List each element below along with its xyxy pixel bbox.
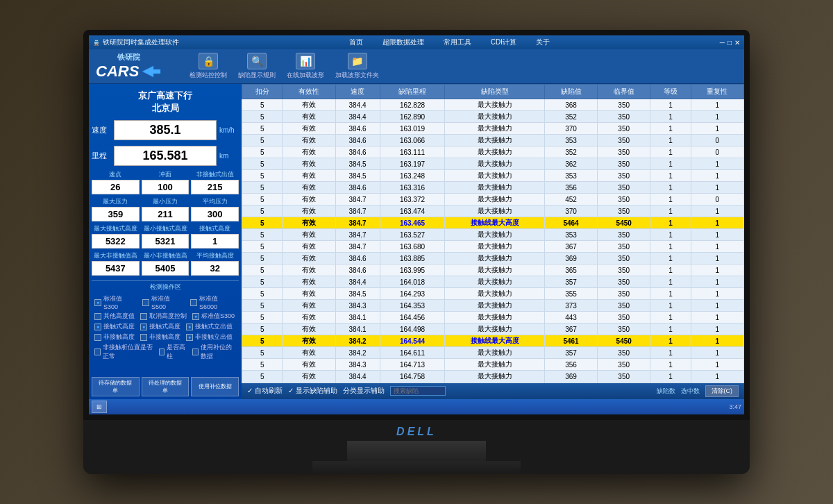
- cb-s6000[interactable]: 标准值S6000: [190, 294, 236, 310]
- table-row[interactable]: 5有效384.3164.713最大接触力35635011: [242, 359, 744, 371]
- table-cell: 350: [598, 146, 650, 158]
- table-cell: 最大接触力: [445, 324, 545, 335]
- toolbar-defect-rule[interactable]: 🔍 缺陷显示规则: [238, 53, 276, 80]
- cb-comp[interactable]: 使用补位的数据: [192, 343, 236, 361]
- table-cell: 353: [544, 229, 597, 241]
- cb-s300-2[interactable]: 标准值S300: [192, 312, 235, 321]
- table-cell: 384.1: [335, 312, 380, 324]
- table-row[interactable]: 5有效384.2164.611最大接触力35735011: [242, 347, 744, 359]
- cb-s300-1[interactable]: 标准值S300: [94, 294, 137, 310]
- table-cell: 1: [691, 264, 743, 276]
- table-scroll[interactable]: 扣分 有效性 速度 缺陷里程 缺陷类型 缺陷值 临界值 等级 重复性: [242, 84, 744, 383]
- minimize-btn[interactable]: ─: [720, 39, 725, 47]
- table-row[interactable]: 5有效384.4164.018最大接触力35735011: [242, 276, 744, 288]
- cb-contact3[interactable]: 接触式立出值: [186, 322, 233, 331]
- table-row[interactable]: 5有效384.7163.527最大接触力35335011: [242, 229, 744, 241]
- metric-impact-label: 冲面: [159, 170, 171, 179]
- table-row[interactable]: 5有效384.6163.316最大接触力35635011: [242, 182, 744, 194]
- table-row[interactable]: 5有效384.1164.456最大接触力44335011: [242, 312, 744, 324]
- table-row[interactable]: 5有效384.6163.885最大接触力36935011: [242, 253, 744, 264]
- table-cell: 350: [598, 194, 650, 205]
- th-mileage: 缺陷里程: [380, 85, 445, 99]
- process-data-btn[interactable]: 待处理的数据单: [142, 377, 190, 396]
- table-row[interactable]: 5有效384.4162.828最大接触力36835011: [242, 99, 744, 111]
- cb-contact2[interactable]: 接触式高度: [140, 322, 180, 331]
- table-row[interactable]: 5有效384.6163.111最大接触力35235010: [242, 146, 744, 158]
- table-cell: 0: [691, 146, 743, 158]
- metric-maxp-value: 359: [92, 207, 140, 221]
- cb-s500[interactable]: 标准值S500: [142, 294, 185, 310]
- table-row[interactable]: 5有效384.5163.248最大接触力35335011: [242, 170, 744, 182]
- cb-pos-box: [94, 348, 101, 355]
- menu-tools[interactable]: 常用工具: [441, 37, 474, 48]
- table-cell: 384.7: [335, 229, 380, 241]
- search-input[interactable]: [390, 386, 446, 396]
- cb-nc3-box: [186, 334, 193, 341]
- table-cell: 350: [598, 205, 650, 217]
- auto-refresh-label[interactable]: ✓ 自动刷新: [247, 386, 283, 396]
- table-row[interactable]: 5有效384.3164.353最大接触力37335011: [242, 300, 744, 312]
- table-row[interactable]: 5有效384.2164.544接触线最大高度5461545011: [242, 335, 744, 347]
- table-row[interactable]: 5有效384.7163.680最大接触力36735011: [242, 241, 744, 253]
- save-data-btn[interactable]: 待存储的数据单: [92, 377, 140, 396]
- th-type: 缺陷类型: [445, 85, 545, 99]
- cb-nc2[interactable]: 非接触高度: [140, 333, 180, 342]
- maximize-btn[interactable]: □: [727, 39, 732, 47]
- start-button[interactable]: ⊞: [92, 401, 107, 413]
- table-cell: 384.7: [335, 217, 380, 229]
- cb-contact1[interactable]: 接触式高度: [94, 322, 135, 331]
- table-cell: 0: [691, 135, 743, 146]
- cb-highpost[interactable]: 是否高柱: [159, 343, 187, 361]
- table-cell: 384.6: [335, 253, 380, 264]
- table-row[interactable]: 5有效384.7163.474最大接触力37035011: [242, 205, 744, 217]
- cb-other[interactable]: 其他高度值: [94, 312, 135, 321]
- cb-nc3[interactable]: 非接触立出值: [186, 333, 233, 342]
- menu-about[interactable]: 关于: [533, 37, 553, 48]
- table-cell: 163.248: [380, 170, 445, 182]
- table-row[interactable]: 5有效384.1164.498最大接触力36735011: [242, 324, 744, 335]
- classify-label[interactable]: 分类显示辅助: [343, 386, 385, 396]
- toolbar-detect-label: 检测站控控制: [190, 71, 227, 80]
- toolbar-load-folder[interactable]: 📁 加载波形文件夹: [335, 53, 379, 80]
- table-cell: 373: [544, 300, 597, 312]
- cb-nc1[interactable]: 非接触高度: [94, 333, 135, 342]
- table-cell: 368: [544, 99, 597, 111]
- table-row[interactable]: 5有效384.7163.372最大接触力45235010: [242, 194, 744, 205]
- table-cell: 1: [650, 135, 691, 146]
- table-cell: 1: [650, 99, 691, 111]
- table-cell: 5: [242, 253, 283, 264]
- show-defect-label[interactable]: ✓ 显示缺陷辅助: [288, 386, 337, 396]
- metric-minch-label: 最小接触式高度: [144, 224, 187, 233]
- table-row[interactable]: 5有效384.5164.293最大接触力35535011: [242, 288, 744, 300]
- table-cell: 163.680: [380, 241, 445, 253]
- close-btn[interactable]: ✕: [734, 39, 740, 47]
- table-cell: 350: [598, 264, 650, 276]
- table-row[interactable]: 5有效384.7163.465接触线最大高度5464545011: [242, 217, 744, 229]
- table-cell: 356: [544, 182, 597, 194]
- cb-cancel[interactable]: 取消高度控制: [140, 312, 187, 321]
- checkbox-row3: 接触式高度 接触式高度 接触式立出值: [94, 322, 236, 331]
- table-cell: 350: [598, 135, 650, 146]
- metric-minpressure: 最小压力 211: [142, 197, 190, 221]
- table-row[interactable]: 5有效384.4162.890最大接触力35235011: [242, 111, 744, 123]
- clear-button[interactable]: 清除(C): [705, 385, 739, 397]
- cb-nc3-label: 非接触立出值: [195, 333, 233, 342]
- cb-comp-box: [192, 348, 199, 355]
- cb-pos[interactable]: 非接触析位置是否正常: [94, 343, 153, 361]
- table-row[interactable]: 5有效384.5163.197最大接触力36235011: [242, 158, 744, 170]
- table-row[interactable]: 5有效384.4164.758最大接触力36935011: [242, 371, 744, 383]
- table-row[interactable]: 5有效384.6163.066最大接触力35335010: [242, 135, 744, 146]
- toolbar-load-wave[interactable]: 📊 在线加载波形: [287, 53, 324, 80]
- table-cell: 1: [650, 300, 691, 312]
- toolbar-detect-control[interactable]: 🔒 检测站控控制: [190, 53, 227, 80]
- use-comp-btn[interactable]: 使用补位数据: [191, 377, 239, 396]
- menu-cdi[interactable]: CDI计算: [488, 37, 519, 48]
- table-row[interactable]: 5有效384.6163.995最大接触力36535011: [242, 264, 744, 276]
- table-cell: 163.111: [380, 146, 445, 158]
- cb-c1-box: [94, 324, 101, 330]
- menu-overlimit[interactable]: 超限数据处理: [380, 37, 427, 48]
- table-cell: 接触线最大高度: [445, 335, 545, 347]
- table-row[interactable]: 5有效384.6163.019最大接触力37035011: [242, 123, 744, 135]
- table-cell: 1: [691, 324, 743, 335]
- menu-home[interactable]: 首页: [346, 37, 366, 48]
